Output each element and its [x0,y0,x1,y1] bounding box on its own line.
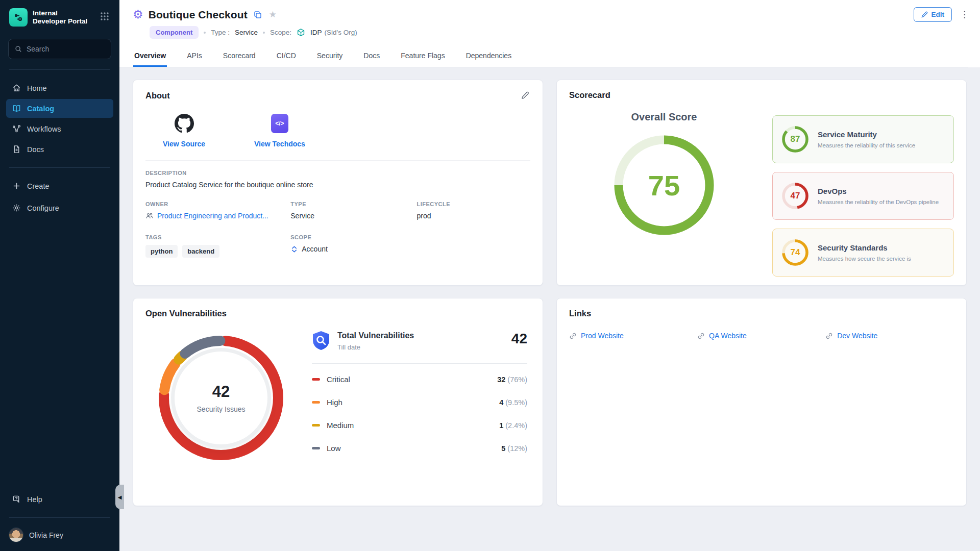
home-icon [12,84,21,92]
divider [9,517,110,518]
prod-website-link[interactable]: Prod Website [569,332,697,340]
score-value: 47 [781,182,810,210]
sidebar-item-help[interactable]: Help [6,490,113,509]
tab-apis[interactable]: APIs [186,47,203,67]
scorecard-card: Scorecard Overall Score 75 [556,80,967,286]
sidebar-item-label: Workflows [27,125,61,133]
view-source-label: View Source [163,140,205,148]
about-card: About View Source </ [133,80,543,286]
tab-feature-flags[interactable]: Feature Flags [400,47,446,67]
links-title: Links [569,309,591,318]
legend-label: Low [327,444,341,453]
overall-score-value: 75 [610,131,718,239]
low-dash-icon [312,447,320,449]
component-gear-icon: ⚙ [133,9,143,20]
search-box[interactable] [8,39,111,59]
pencil-icon [921,11,928,18]
sidebar-item-docs[interactable]: Docs [6,140,113,159]
edit-button-label: Edit [932,11,945,18]
sidebar-item-label: Docs [27,145,44,154]
description-value: Product Catalog Service for the boutique… [145,181,530,189]
lifecycle-field: LIFECYCLE prod [417,201,530,220]
till-date-label: Till date [337,343,414,351]
legend-label: Medium [327,421,354,430]
apps-grid-icon[interactable] [98,10,111,25]
divider [145,160,530,161]
link-icon [697,332,705,340]
copy-icon [254,11,262,19]
score-value: 87 [781,125,810,154]
book-icon [12,104,21,113]
total-vulnerabilities-value: 42 [511,331,527,347]
vulnerabilities-title: Open Vulnerabilities [145,309,227,318]
dot-separator [204,32,206,34]
more-options-button[interactable]: ⋮ [960,10,969,19]
copy-name-button[interactable] [253,10,263,20]
critical-dash-icon [312,378,320,381]
scorecard-item-security-standards[interactable]: 74 Security Standards Measures how secur… [772,229,954,277]
sidebar-item-label: Help [27,495,42,504]
qa-website-link[interactable]: QA Website [697,332,825,340]
score-ring: 74 [781,238,810,267]
divider [9,69,110,70]
sidebar-nav: Home Catalog Workflows Docs [0,77,119,160]
owner-link[interactable]: Product Engineering and Product... [145,212,290,220]
legend-value: 1 (2.4%) [499,421,527,430]
search-input[interactable] [27,45,105,53]
about-edit-button[interactable] [520,90,530,101]
link-label: Prod Website [581,332,624,340]
vulnerabilities-donut: 42 Security Issues [154,331,288,465]
tab-docs[interactable]: Docs [362,47,381,67]
scope-org: (Sid's Org) [325,29,357,36]
tab-cicd[interactable]: CI/CD [276,47,297,67]
vulnerabilities-donut-center: 42 Security Issues [175,352,267,444]
edit-button[interactable]: Edit [914,7,952,22]
link-label: QA Website [709,332,747,340]
tag-python[interactable]: python [145,245,178,258]
account-icon [290,245,298,253]
star-icon: ★ [269,9,277,20]
user-name: Olivia Frey [29,531,63,539]
user-menu[interactable]: Olivia Frey [0,521,119,551]
scorecard-item-service-maturity[interactable]: 87 Service Maturity Measures the reliabi… [772,115,954,163]
score-description: Measures how secure the service is [818,256,911,262]
techdocs-icon: </> [271,114,288,133]
app-title: Internal Developer Portal [33,9,87,26]
score-name: DevOps [818,187,939,195]
total-vulnerabilities-label: Total Vulnerabilities [337,331,414,340]
dev-website-link[interactable]: Dev Website [825,332,953,340]
sidebar-item-home[interactable]: Home [6,79,113,97]
page-header: ⚙ Boutique Checkout ★ Component Type : S… [119,0,980,67]
plus-icon [12,182,21,190]
vulnerabilities-card: Open Vulnerabilities [133,298,543,506]
scorecard-item-devops[interactable]: 47 DevOps Measures the reliability of th… [772,172,954,220]
entity-meta-row: Component Type : Service Scope: IDP (Sid… [150,26,968,39]
view-techdocs-link[interactable]: </> View Techdocs [254,114,305,148]
tag-backend[interactable]: backend [182,245,219,258]
sidebar-collapse-handle[interactable]: ◀ [115,485,124,509]
sidebar-item-workflows[interactable]: Workflows [6,119,113,138]
legend-label: High [327,398,342,407]
tab-security[interactable]: Security [316,47,344,67]
view-source-link[interactable]: View Source [163,114,205,148]
page-title: Boutique Checkout [149,9,248,21]
logo-glyph [13,12,23,22]
score-name: Security Standards [818,243,911,252]
gear-icon [12,204,21,212]
logo-row: Internal Developer Portal [0,0,119,34]
scope-label: Scope: [270,29,291,36]
sidebar-item-create[interactable]: Create [6,177,113,195]
legend-row-low: Low 5 (12%) [312,437,527,460]
favorite-star-button[interactable]: ★ [268,8,278,21]
workflow-icon [12,124,21,133]
dot-separator [263,32,265,34]
score-value: 74 [781,238,810,267]
sidebar-item-catalog[interactable]: Catalog [6,99,113,118]
link-icon [825,332,833,340]
tab-overview[interactable]: Overview [133,47,167,67]
tab-scorecard[interactable]: Scorecard [222,47,257,67]
divider [312,363,527,364]
tab-dependencies[interactable]: Dependencies [465,47,513,67]
sidebar-item-configure[interactable]: Configure [6,198,113,217]
scope-cube-icon [297,28,305,37]
